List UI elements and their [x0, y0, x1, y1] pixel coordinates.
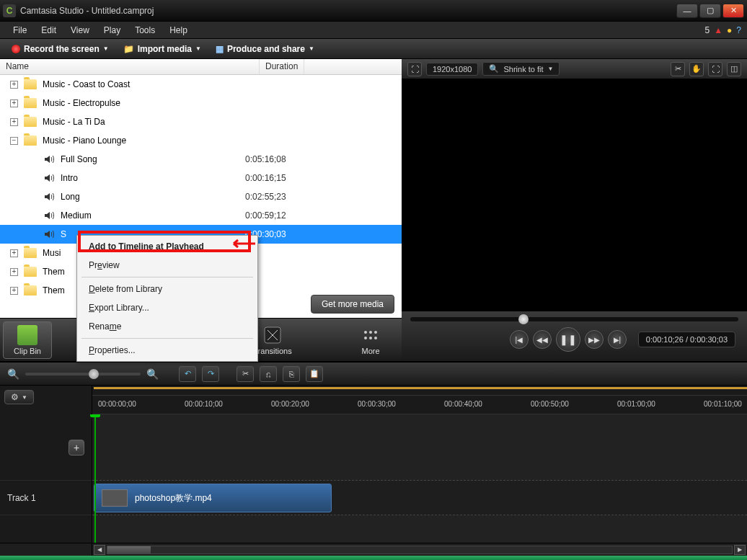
scroll-thumb[interactable] — [107, 546, 151, 554]
timeline: 🔍 🔍 ↶ ↷ ✂ ⎌ ⎘ 📋 ⚙▼ 00:00:00;0000:00:10;0… — [0, 361, 747, 556]
chevron-down-icon: ▼ — [309, 45, 314, 52]
window-title: Camtasia Studio - Untitled.camproj — [20, 6, 676, 16]
audio-row[interactable]: Medium0:00:59;12 — [0, 206, 402, 225]
paste-button[interactable]: 📋 — [306, 366, 323, 382]
zoom-in-icon[interactable]: 🔍 — [146, 368, 159, 380]
expand-icon[interactable]: + — [10, 268, 18, 276]
undo-button[interactable]: ↶ — [179, 366, 196, 382]
bulb-icon[interactable]: ● — [727, 25, 732, 35]
svg-point-2 — [369, 331, 372, 334]
zoom-thumb[interactable] — [89, 369, 99, 379]
next-button[interactable]: ▶| — [608, 330, 627, 349]
resize-icon[interactable]: ⛶ — [407, 62, 422, 76]
scroll-left-button[interactable]: ◀ — [94, 545, 105, 555]
cm-add-to-timeline[interactable]: Add to Timeline at Playhead — [79, 237, 256, 256]
play-pause-button[interactable]: ❚❚ — [556, 327, 580, 352]
effects-tab[interactable] — [297, 326, 346, 354]
produce-label: Produce and share — [227, 44, 305, 54]
expand-icon[interactable]: + — [10, 118, 18, 126]
speaker-icon — [43, 228, 55, 240]
track-lanes[interactable]: photoshop教学.mp4 — [92, 414, 747, 543]
svg-point-5 — [369, 337, 372, 339]
col-duration[interactable]: Duration — [260, 59, 304, 74]
speaker-icon — [43, 191, 55, 203]
time-display: 0:00:10;26 / 0:00:30;03 — [638, 332, 735, 347]
folder-row[interactable]: +Music - La Ti Da — [0, 112, 402, 131]
track-head-1[interactable]: Track 1 — [0, 481, 92, 515]
cm-preview[interactable]: Preview — [79, 256, 256, 275]
track-options-button[interactable]: ⚙▼ — [4, 390, 34, 404]
folder-row[interactable]: +Music - Coast to Coast — [0, 75, 402, 94]
detach-icon[interactable]: ◫ — [727, 62, 741, 76]
step-back-button[interactable]: ◀◀ — [533, 330, 552, 349]
cm-delete[interactable]: Delete from Library — [79, 280, 256, 298]
close-button[interactable]: ✕ — [722, 4, 744, 18]
audio-row[interactable]: Full Song0:05:16;08 — [0, 150, 402, 169]
produce-button[interactable]: ▦ Produce and share ▼ — [210, 42, 320, 56]
copy-button[interactable]: ⎘ — [283, 366, 300, 382]
cut-button[interactable]: ✂ — [237, 366, 254, 382]
expand-icon[interactable]: + — [10, 81, 18, 89]
import-button[interactable]: 📁 Import media ▼ — [118, 42, 207, 56]
timeline-scrollbar[interactable]: ◀ ▶ — [92, 543, 747, 556]
split-button[interactable]: ⎌ — [260, 366, 277, 382]
more-tab[interactable]: More — [346, 322, 395, 358]
hand-icon[interactable]: ✋ — [689, 62, 704, 76]
col-name[interactable]: Name — [0, 59, 260, 74]
fullscreen-icon[interactable]: ⛶ — [708, 62, 722, 76]
menu-edit[interactable]: Edit — [34, 23, 63, 37]
resolution-field[interactable]: 1920x1080 — [426, 63, 478, 76]
cm-properties[interactable]: Properties... — [79, 341, 256, 360]
menu-file[interactable]: File — [6, 23, 34, 37]
maximize-button[interactable]: ▢ — [699, 4, 721, 18]
speaker-icon — [43, 172, 55, 184]
main-toolbar: Record the screen ▼ 📁 Import media ▼ ▦ P… — [0, 39, 747, 59]
bell-icon[interactable]: ▲ — [714, 25, 722, 35]
zoom-field[interactable]: 🔍Shrink to fit▼ — [482, 62, 560, 76]
clip-bin-icon — [17, 325, 37, 345]
seek-bar[interactable] — [410, 317, 738, 321]
clip-bin-tab[interactable]: Clip Bin — [3, 321, 52, 359]
cm-rename[interactable]: Rename — [79, 317, 256, 336]
folder-row[interactable]: +Music - Electropulse — [0, 94, 402, 112]
zoom-slider[interactable] — [25, 373, 141, 375]
track-duration: 0:05:16;08 — [245, 154, 286, 164]
cm-export[interactable]: Export Library... — [79, 298, 256, 317]
preview-canvas[interactable] — [402, 79, 747, 311]
ruler-tick: 00:01:00;00 — [617, 400, 655, 408]
timeline-clip[interactable]: photoshop教学.mp4 — [94, 484, 332, 512]
record-button[interactable]: Record the screen ▼ — [6, 42, 115, 56]
menu-help[interactable]: Help — [162, 23, 195, 37]
seek-thumb[interactable] — [518, 314, 529, 324]
timeline-ruler[interactable]: 00:00:00;0000:00:10;0000:00:20;0000:00:3… — [92, 386, 747, 414]
step-fwd-button[interactable]: ▶▶ — [585, 330, 604, 349]
track-label: Intro — [61, 173, 245, 183]
scroll-track[interactable] — [107, 546, 733, 554]
add-track-button[interactable]: + — [68, 440, 84, 455]
chevron-down-icon: ▼ — [195, 45, 201, 52]
folder-row[interactable]: −Music - Piano Lounge — [0, 131, 402, 150]
prev-button[interactable]: |◀ — [510, 330, 529, 349]
audio-row[interactable]: Intro0:00:16;15 — [0, 169, 402, 187]
svg-point-3 — [374, 331, 377, 334]
zoom-out-icon[interactable]: 🔍 — [7, 368, 19, 380]
expand-icon[interactable]: + — [10, 287, 18, 295]
help-icon[interactable]: ? — [736, 25, 741, 35]
separator — [81, 338, 253, 339]
menu-play[interactable]: Play — [97, 23, 128, 37]
redo-button[interactable]: ↷ — [202, 366, 219, 382]
menu-view[interactable]: View — [63, 23, 97, 37]
folder-icon — [24, 135, 37, 146]
playhead[interactable] — [94, 414, 96, 543]
minimize-button[interactable]: — — [676, 4, 698, 18]
menu-tools[interactable]: Tools — [128, 23, 162, 37]
crop-icon[interactable]: ✂ — [671, 62, 685, 76]
track-label: Track 1 — [7, 493, 36, 503]
collapse-icon[interactable]: − — [10, 137, 18, 145]
expand-icon[interactable]: + — [10, 249, 18, 257]
audio-row[interactable]: Long0:02:55;23 — [0, 187, 402, 206]
scroll-right-button[interactable]: ▶ — [734, 545, 746, 555]
lane-empty[interactable] — [92, 414, 747, 481]
get-more-media-button[interactable]: Get more media — [311, 295, 394, 314]
expand-icon[interactable]: + — [10, 99, 18, 107]
